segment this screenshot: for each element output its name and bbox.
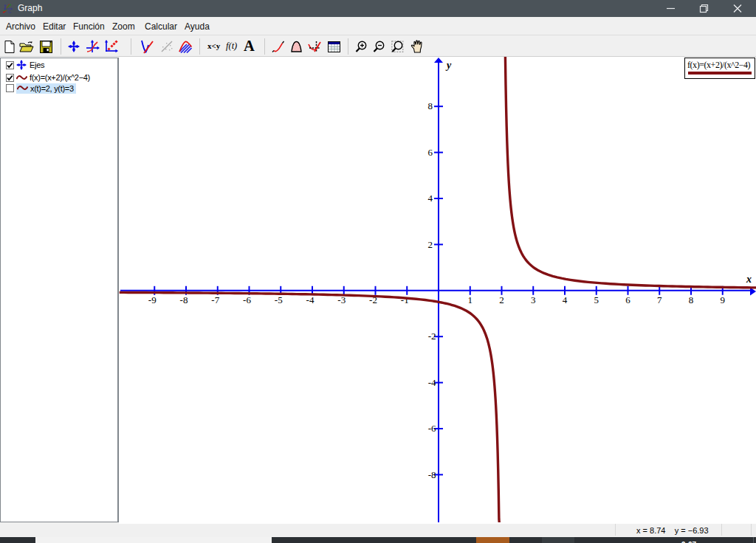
svg-text:-5: -5 [275,294,283,305]
svg-text:-6: -6 [243,294,251,305]
svg-text:y: y [445,60,452,71]
svg-text:6: 6 [625,294,630,305]
svg-text:-2: -2 [428,331,436,342]
svg-text:x: x [746,274,752,285]
svg-text:5: 5 [594,294,599,305]
svg-text:-4: -4 [306,294,315,305]
svg-text:2: 2 [428,239,433,250]
svg-text:3: 3 [531,294,536,305]
svg-text:1: 1 [468,294,473,305]
svg-text:7: 7 [657,294,662,305]
svg-text:-1: -1 [401,294,409,305]
svg-text:4: 4 [428,193,433,204]
svg-text:9: 9 [721,294,726,305]
svg-text:-8: -8 [180,294,188,305]
svg-text:8: 8 [689,294,694,305]
svg-text:6: 6 [428,147,433,158]
svg-text:2: 2 [499,294,504,305]
svg-text:-7: -7 [211,294,219,305]
svg-text:G: G [8,10,12,14]
svg-text:-4: -4 [428,377,436,388]
svg-text:4: 4 [563,294,568,305]
svg-text:8: 8 [428,100,433,111]
svg-text:-9: -9 [148,294,157,305]
svg-text:-8: -8 [428,469,436,480]
svg-text:-6: -6 [428,423,436,434]
